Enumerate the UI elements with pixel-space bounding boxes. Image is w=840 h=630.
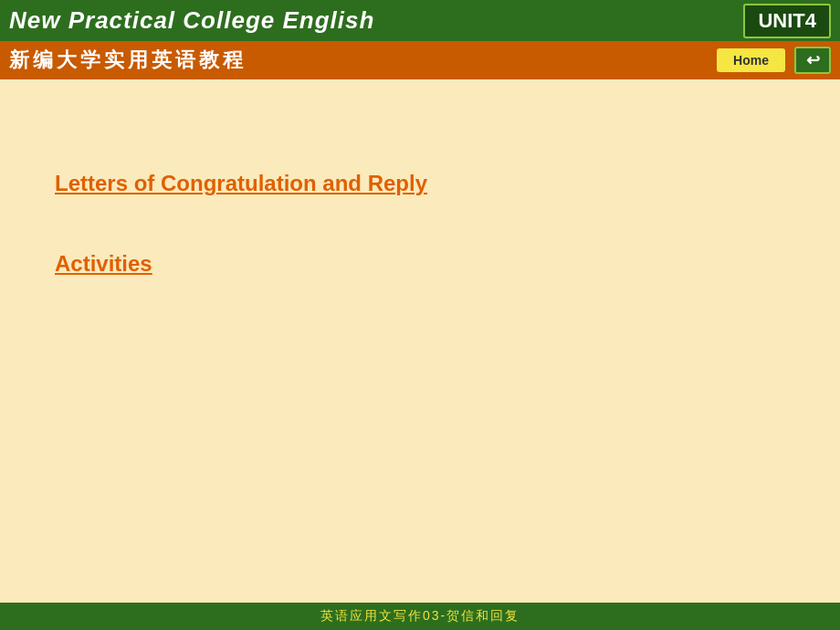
- header-top-bar: New Practical College English UNIT4: [0, 0, 840, 41]
- home-button[interactable]: Home: [717, 48, 785, 72]
- footer-text: 英语应用文写作03-贺信和回复: [320, 608, 520, 625]
- header-subtitle-bar: 新编大学实用英语教程 Home ↩: [0, 41, 840, 79]
- app-title-chinese: 新编大学实用英语教程: [9, 47, 698, 74]
- unit-badge: UNIT4: [743, 4, 831, 38]
- link-letters-congratulation[interactable]: Letters of Congratulation and Reply: [55, 171, 785, 196]
- main-content: Letters of Congratulation and Reply Acti…: [0, 79, 840, 603]
- footer-bar: 英语应用文写作03-贺信和回复: [0, 603, 840, 630]
- app-title-english: New Practical College English: [9, 6, 374, 35]
- back-icon[interactable]: ↩: [794, 47, 831, 74]
- link-activities[interactable]: Activities: [55, 251, 785, 277]
